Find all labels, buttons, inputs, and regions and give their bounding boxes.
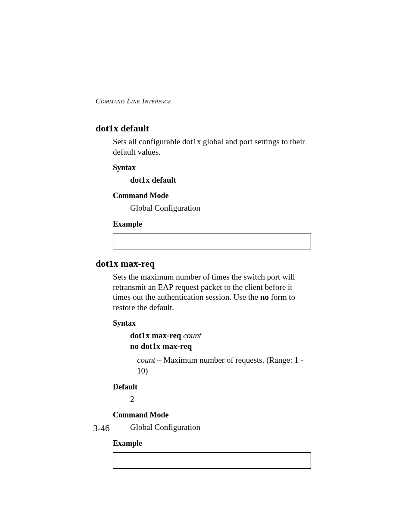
syntax-command: dot1x default bbox=[130, 175, 310, 186]
command-mode-value: Global Configuration bbox=[130, 203, 310, 214]
syntax-cmd-param: count bbox=[181, 331, 201, 340]
desc-bold: no bbox=[260, 292, 269, 302]
command-mode-label: Command Mode bbox=[113, 411, 310, 420]
param-text: – Maximum number of requests. (Range: 1 … bbox=[137, 355, 303, 375]
syntax-label: Syntax bbox=[113, 163, 310, 172]
example-box bbox=[113, 233, 311, 249]
param-name: count bbox=[137, 355, 155, 364]
syntax-label: Syntax bbox=[113, 319, 310, 328]
command-mode-label: Command Mode bbox=[113, 191, 310, 200]
syntax-cmd-bold: dot1x max-req bbox=[130, 331, 181, 340]
page-number: 3-46 bbox=[93, 423, 110, 434]
example-label: Example bbox=[113, 439, 310, 448]
default-label: Default bbox=[113, 383, 310, 392]
example-box bbox=[113, 452, 311, 469]
syntax-command: dot1x max-req count bbox=[130, 330, 310, 341]
command-mode-value: Global Configuration bbox=[130, 422, 310, 433]
syntax-no-command: no dot1x max-req bbox=[130, 341, 310, 352]
param-description: count – Maximum number of requests. (Ran… bbox=[137, 355, 310, 376]
default-value: 2 bbox=[130, 394, 310, 405]
example-label: Example bbox=[113, 220, 310, 229]
section-description: Sets the maximum number of times the swi… bbox=[113, 272, 310, 313]
section-heading: dot1x max-req bbox=[96, 258, 310, 269]
running-header: Command Line Interface bbox=[96, 97, 310, 106]
document-page: Command Line Interface dot1x default Set… bbox=[0, 0, 411, 532]
section-description: Sets all configurable dot1x global and p… bbox=[113, 137, 310, 157]
section-heading: dot1x default bbox=[96, 123, 310, 134]
